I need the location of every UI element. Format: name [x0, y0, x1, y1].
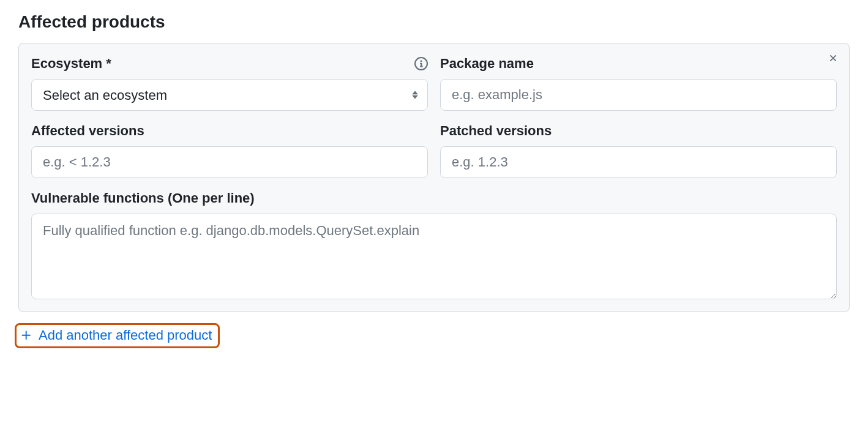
info-icon[interactable] — [414, 57, 428, 70]
plus-icon — [20, 329, 32, 342]
affected-versions-group: Affected versions — [31, 123, 428, 178]
add-another-button[interactable]: Add another affected product — [20, 327, 212, 343]
patched-versions-group: Patched versions — [440, 123, 837, 178]
package-name-label: Package name — [440, 56, 534, 72]
patched-versions-input[interactable] — [440, 146, 837, 178]
section-title: Affected products — [18, 12, 850, 32]
add-another-highlight: Add another affected product — [15, 323, 220, 348]
vulnerable-functions-textarea[interactable] — [31, 214, 837, 299]
affected-versions-input[interactable] — [31, 146, 428, 178]
affected-product-card: Ecosystem * Select an ecosystem — [18, 43, 850, 312]
add-another-label: Add another affected product — [39, 327, 212, 343]
vulnerable-functions-group: Vulnerable functions (One per line) — [31, 190, 837, 299]
close-icon — [828, 53, 839, 67]
package-name-group: Package name — [440, 56, 837, 111]
package-name-input[interactable] — [440, 79, 837, 111]
patched-versions-label: Patched versions — [440, 123, 552, 139]
affected-versions-label: Affected versions — [31, 123, 144, 139]
ecosystem-group: Ecosystem * Select an ecosystem — [31, 56, 428, 111]
vulnerable-functions-label: Vulnerable functions (One per line) — [31, 190, 255, 206]
close-button[interactable] — [826, 52, 840, 67]
ecosystem-select[interactable]: Select an ecosystem — [31, 79, 428, 111]
ecosystem-label: Ecosystem * — [31, 56, 111, 72]
